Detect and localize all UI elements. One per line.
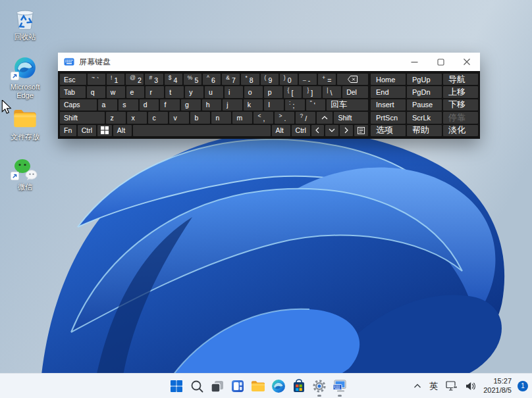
key-Ctrl[interactable]: Ctrl bbox=[292, 125, 310, 136]
desktop-icon-edge[interactable]: Microsoft Edge bbox=[3, 55, 47, 100]
key-k[interactable]: k bbox=[244, 99, 263, 111]
key-space[interactable] bbox=[133, 125, 271, 136]
key--[interactable]: _- bbox=[299, 74, 317, 85]
key-\[interactable]: |\ bbox=[323, 86, 341, 97]
key-b[interactable]: b bbox=[190, 112, 210, 123]
key-s[interactable]: s bbox=[119, 99, 138, 111]
key-[[interactable]: {[ bbox=[284, 86, 302, 97]
key-Insert[interactable]: Insert bbox=[371, 99, 406, 111]
key-Fn[interactable]: Fn bbox=[60, 125, 76, 136]
taskbar-start-icon[interactable] bbox=[166, 374, 186, 398]
taskbar-osk-app-icon[interactable] bbox=[329, 374, 350, 398]
key-5[interactable]: %5 bbox=[184, 74, 201, 85]
key-帮助[interactable]: 帮助 bbox=[407, 125, 442, 136]
key-0[interactable]: )0 bbox=[280, 74, 298, 85]
ime-indicator[interactable]: 英 bbox=[426, 376, 441, 396]
key-/[interactable]: ?/ bbox=[296, 112, 315, 123]
key-选项[interactable]: 选项 bbox=[371, 125, 406, 136]
desktop-icon-recycle-bin[interactable]: 回收站 bbox=[3, 5, 47, 41]
key-Caps[interactable]: Caps bbox=[60, 99, 97, 111]
key-停靠[interactable]: 停靠 bbox=[443, 112, 478, 123]
key-z[interactable]: z bbox=[106, 112, 126, 123]
key-下移[interactable]: 下移 bbox=[443, 99, 478, 111]
key-backspace[interactable] bbox=[337, 74, 368, 85]
key-y[interactable]: y bbox=[185, 86, 203, 97]
key-w[interactable]: w bbox=[107, 86, 125, 97]
key-Ctrl[interactable]: Ctrl bbox=[78, 125, 96, 136]
maximize-button[interactable] bbox=[427, 53, 454, 71]
key-7[interactable]: &7 bbox=[222, 74, 240, 85]
key-,[interactable]: <, bbox=[253, 112, 273, 123]
key-h[interactable]: h bbox=[202, 99, 222, 111]
key-up[interactable] bbox=[317, 112, 332, 123]
taskbar-search-icon[interactable] bbox=[186, 374, 207, 398]
hidden-icons-chevron-icon[interactable] bbox=[410, 376, 425, 396]
key-][interactable]: }] bbox=[303, 86, 321, 97]
key-Alt[interactable]: Alt bbox=[113, 125, 132, 136]
key-i[interactable]: i bbox=[225, 86, 243, 97]
key-a[interactable]: a bbox=[98, 99, 118, 111]
key-m[interactable]: m bbox=[232, 112, 252, 123]
key-淡化[interactable]: 淡化 bbox=[443, 125, 478, 136]
key-9[interactable]: (9 bbox=[261, 74, 279, 85]
key-2[interactable]: @2 bbox=[126, 74, 144, 85]
key-3[interactable]: #3 bbox=[145, 74, 163, 85]
key-Home[interactable]: Home bbox=[371, 74, 406, 85]
taskbar-file-explorer-icon[interactable] bbox=[248, 374, 268, 398]
key-x[interactable]: x bbox=[127, 112, 147, 123]
key-l[interactable]: l bbox=[264, 99, 284, 111]
key-Shift[interactable]: Shift bbox=[60, 112, 105, 123]
key-Shift[interactable]: Shift bbox=[334, 112, 368, 123]
key-PgDn[interactable]: PgDn bbox=[407, 86, 442, 97]
key-PrtScn[interactable]: PrtScn bbox=[371, 112, 406, 123]
key-回车[interactable]: 回车 bbox=[327, 99, 368, 111]
key-right[interactable] bbox=[340, 125, 353, 136]
key-n[interactable]: n bbox=[211, 112, 231, 123]
notification-badge[interactable]: 1 bbox=[518, 381, 528, 391]
key-q[interactable]: q bbox=[87, 86, 105, 97]
key-d[interactable]: d bbox=[140, 99, 159, 111]
key-j[interactable]: j bbox=[223, 99, 242, 111]
key-1[interactable]: !1 bbox=[107, 74, 124, 85]
taskbar-task-view-icon[interactable] bbox=[207, 374, 227, 398]
key-c[interactable]: c bbox=[148, 112, 168, 123]
key-Del[interactable]: Del bbox=[342, 86, 368, 97]
key-v[interactable]: v bbox=[169, 112, 189, 123]
key-8[interactable]: *8 bbox=[241, 74, 259, 85]
key-.[interactable]: >. bbox=[275, 112, 294, 123]
key-win[interactable] bbox=[97, 125, 112, 136]
key-t[interactable]: t bbox=[165, 86, 184, 97]
key-r[interactable]: r bbox=[146, 86, 164, 97]
key-Esc[interactable]: Esc bbox=[60, 74, 86, 85]
key-;[interactable]: :; bbox=[285, 99, 305, 111]
key-p[interactable]: p bbox=[264, 86, 282, 97]
key-Alt[interactable]: Alt bbox=[272, 125, 290, 136]
key-e[interactable]: e bbox=[126, 86, 145, 97]
key-Pause[interactable]: Pause bbox=[407, 99, 442, 111]
taskbar-edge-icon[interactable] bbox=[268, 374, 288, 398]
key-menu[interactable] bbox=[354, 125, 368, 136]
key-left[interactable] bbox=[311, 125, 325, 136]
osk-titlebar[interactable]: 屏幕键盘 bbox=[58, 53, 480, 71]
key-down[interactable] bbox=[325, 125, 338, 136]
key-g[interactable]: g bbox=[181, 99, 201, 111]
key-u[interactable]: u bbox=[205, 86, 223, 97]
key-=[interactable]: += bbox=[318, 74, 336, 85]
key-End[interactable]: End bbox=[371, 86, 406, 97]
key-`[interactable]: ~` bbox=[88, 74, 105, 85]
minimize-button[interactable] bbox=[401, 53, 427, 71]
key-f[interactable]: f bbox=[160, 99, 180, 111]
network-icon[interactable] bbox=[442, 376, 461, 396]
clock[interactable]: 15:27 2021/8/5 bbox=[481, 377, 514, 394]
key-导航[interactable]: 导航 bbox=[443, 74, 478, 85]
key-6[interactable]: ^6 bbox=[203, 74, 221, 85]
key-Tab[interactable]: Tab bbox=[60, 86, 86, 97]
close-button[interactable] bbox=[454, 53, 480, 71]
taskbar-settings-icon[interactable] bbox=[309, 374, 329, 398]
desktop-icon-wechat[interactable]: 微信 bbox=[3, 155, 47, 191]
key-4[interactable]: $4 bbox=[165, 74, 182, 85]
key-'[interactable]: "' bbox=[306, 99, 326, 111]
key-PgUp[interactable]: PgUp bbox=[407, 74, 442, 85]
key-o[interactable]: o bbox=[244, 86, 263, 97]
volume-icon[interactable] bbox=[462, 376, 479, 396]
